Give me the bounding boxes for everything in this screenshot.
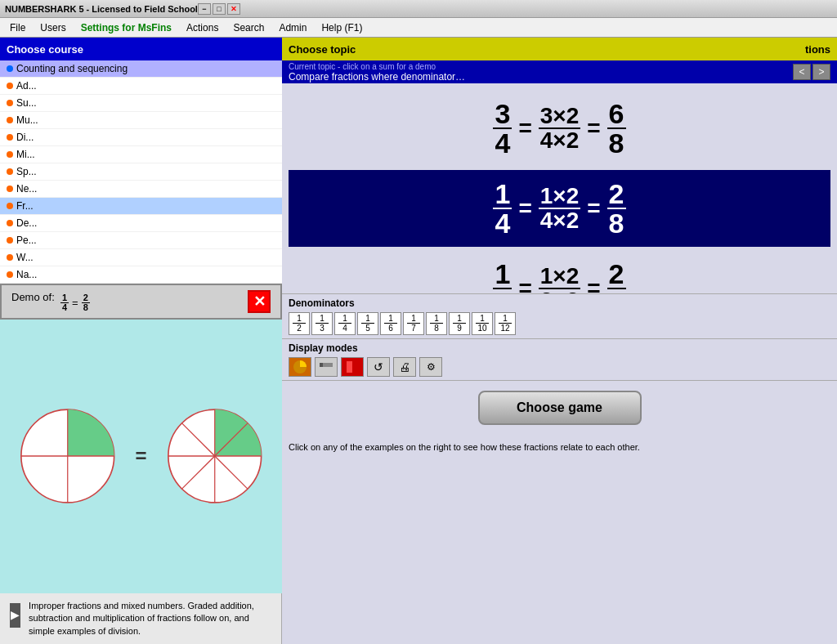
nav-prev-button[interactable]: < <box>793 64 811 80</box>
info-button[interactable]: ⚙ <box>419 357 442 377</box>
fraction-example-3[interactable]: 12 = 1×22×2 = 24 <box>289 250 830 293</box>
denominators-label: Denominators <box>289 297 830 309</box>
course-item-4[interactable]: Mu... <box>0 112 282 129</box>
course-dot <box>7 65 13 72</box>
choose-game-section: Choose game <box>282 380 837 435</box>
frac-6-8: 68 <box>607 100 626 157</box>
menu-help[interactable]: Help (F1) <box>315 20 369 35</box>
svg-rect-12 <box>347 361 352 373</box>
course-item-10[interactable]: Pe... <box>0 232 282 249</box>
choose-course-label: Choose course <box>7 43 83 56</box>
demo-panel: Demo of: 1 4 = 2 8 <box>0 284 282 593</box>
bottom-left-description: ▶ Improper fractions and mixed numbers. … <box>0 593 282 644</box>
choose-game-button[interactable]: Choose game <box>478 391 642 425</box>
print-button[interactable]: 🖨 <box>393 357 416 377</box>
frac-2-8: 28 <box>607 180 626 237</box>
examples-area: 34 = 3×24×2 = 68 14 = 1×24×2 <box>282 83 837 293</box>
menu-search[interactable]: Search <box>226 20 271 35</box>
fraction-example-1[interactable]: 34 = 3×24×2 = 68 <box>289 90 830 167</box>
denom-btn-10[interactable]: 110 <box>472 312 493 335</box>
course-item-2[interactable]: Ad... <box>0 78 282 95</box>
course-label: De... <box>16 217 37 229</box>
course-dot <box>7 151 13 158</box>
course-label: Na... <box>16 269 37 280</box>
course-dot <box>7 271 13 278</box>
frac-1-4: 14 <box>493 180 512 237</box>
denom-btn-6[interactable]: 16 <box>380 312 401 335</box>
video-icon[interactable]: ▶ <box>10 603 20 628</box>
course-item-11[interactable]: W... <box>0 249 282 266</box>
course-dot <box>7 186 13 192</box>
demo-close-button[interactable]: ✕ <box>248 290 271 313</box>
course-item-12[interactable]: Na... <box>0 266 282 284</box>
current-topic-header: Current topic - click on a sum for a dem… <box>289 62 468 71</box>
topic-bar: Choose topic tions <box>282 38 837 60</box>
denom-btn-3[interactable]: 13 <box>311 312 333 335</box>
nav-buttons: < > <box>793 64 830 80</box>
fraction-example-2[interactable]: 14 = 1×24×2 = 28 <box>289 170 830 247</box>
nav-next-button[interactable]: > <box>812 64 830 80</box>
denom-btn-7[interactable]: 17 <box>403 312 424 335</box>
denom-btn-2[interactable]: 12 <box>289 312 310 335</box>
course-dot <box>7 254 13 261</box>
frac-1x2-4x2: 1×24×2 <box>539 185 581 232</box>
denom-btn-8[interactable]: 18 <box>426 312 447 335</box>
course-item-5[interactable]: Di... <box>0 129 282 146</box>
menubar: File Users Settings for MsFins Actions S… <box>0 18 837 38</box>
course-item-fractions[interactable]: Fr... <box>0 198 282 215</box>
main-content: Choose course Counting and sequencing Ad… <box>0 38 837 644</box>
denom-btn-4[interactable]: 14 <box>334 312 356 335</box>
menu-users[interactable]: Users <box>34 20 72 35</box>
minimize-button[interactable]: − <box>198 3 211 15</box>
mode-redsq-button[interactable] <box>341 357 364 377</box>
menu-file[interactable]: File <box>3 20 32 35</box>
current-topic-bar: Current topic - click on a sum for a dem… <box>282 60 837 83</box>
course-item-7[interactable]: Sp... <box>0 163 282 181</box>
left-description-text: Improper fractions and mixed numbers. Gr… <box>29 600 275 637</box>
frac-1-2-a: 12 <box>493 260 512 293</box>
choose-topic-bar: Choose topic <box>282 38 799 60</box>
close-button[interactable]: ✕ <box>227 3 240 15</box>
course-item-counting[interactable]: Counting and sequencing <box>0 60 282 78</box>
demo-header: Demo of: 1 4 = 2 8 <box>0 284 282 320</box>
display-mode-buttons: ↺ 🖨 ⚙ <box>289 357 830 377</box>
course-item-9[interactable]: De... <box>0 215 282 232</box>
course-item-3[interactable]: Su... <box>0 95 282 112</box>
titlebar-title: NUMBERSHARK 5 - Licensed to Field School <box>5 4 198 14</box>
left-panel: Choose course Counting and sequencing Ad… <box>0 38 282 644</box>
course-label: Counting and sequencing <box>16 63 128 74</box>
circles-area: = <box>0 320 282 593</box>
denom-btn-9[interactable]: 19 <box>449 312 470 335</box>
frac-1x2-2x2: 1×22×2 <box>539 265 581 293</box>
menu-actions[interactable]: Actions <box>180 20 225 35</box>
course-dot <box>7 100 13 106</box>
course-dot <box>7 83 13 89</box>
course-dot <box>7 117 13 123</box>
frac-2-4: 24 <box>607 260 626 293</box>
maximize-button[interactable]: □ <box>213 3 226 15</box>
fraction-circle-left[interactable] <box>16 395 119 517</box>
course-item-6[interactable]: Mi... <box>0 146 282 163</box>
denominator-buttons: 12 13 14 15 16 17 18 <box>289 312 830 335</box>
course-label: Su... <box>16 97 37 109</box>
course-label: Ne... <box>16 183 37 195</box>
svg-rect-10 <box>320 363 323 367</box>
course-label: Mi... <box>16 149 35 160</box>
course-list: Counting and sequencing Ad... Su... Mu..… <box>0 60 282 284</box>
denom-btn-5[interactable]: 15 <box>357 312 378 335</box>
course-label: Fr... <box>16 200 34 212</box>
display-modes-label: Display modes <box>289 342 830 354</box>
frac-3x2-4x2: 3×24×2 <box>539 105 581 152</box>
topic-actions: tions <box>799 38 837 60</box>
redsq-icon <box>345 360 360 374</box>
demo-fraction: 1 4 = 2 8 <box>60 293 90 312</box>
menu-settings[interactable]: Settings for MsFins <box>74 20 178 35</box>
course-item-8[interactable]: Ne... <box>0 181 282 198</box>
denominators-section: Denominators 12 13 14 15 16 17 <box>282 293 837 338</box>
fraction-circle-right[interactable] <box>163 395 266 517</box>
denom-btn-12[interactable]: 112 <box>495 312 516 335</box>
menu-admin[interactable]: Admin <box>272 20 313 35</box>
mode-bar-button[interactable] <box>315 357 338 377</box>
refresh-button[interactable]: ↺ <box>367 357 390 377</box>
mode-pie-button[interactable] <box>289 357 311 377</box>
